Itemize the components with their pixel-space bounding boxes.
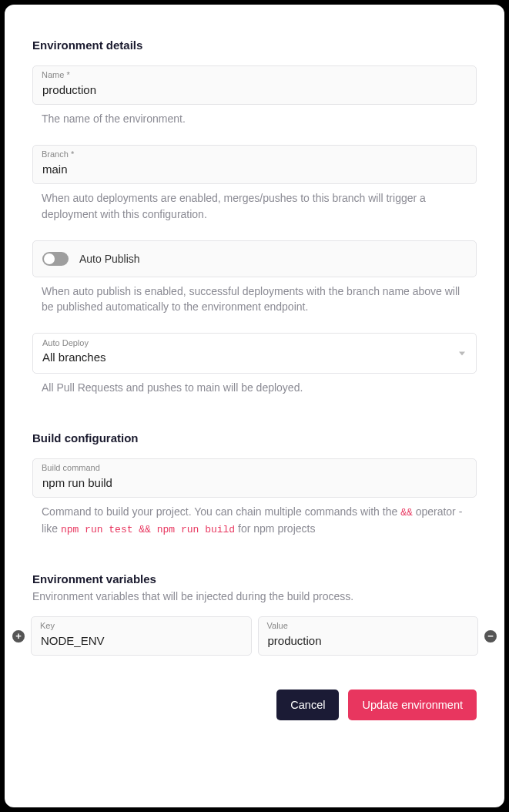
auto-publish-toggle-row: Auto Publish <box>32 240 477 277</box>
branch-field-wrapper: Branch * <box>32 145 477 184</box>
build-help-code2: npm run test && npm run build <box>61 524 235 535</box>
env-var-key-wrapper: Key <box>31 616 252 656</box>
branch-help: When auto deployments are enabled, merge… <box>32 190 477 222</box>
build-command-label: Build command <box>42 463 100 472</box>
build-help-post: for npm projects <box>238 522 315 535</box>
env-var-key-label: Key <box>40 621 55 630</box>
env-var-row: + Key Value − <box>12 616 497 656</box>
name-help: The name of the environment. <box>32 111 477 126</box>
auto-deploy-help: All Pull Requests and pushes to main wil… <box>32 380 477 395</box>
section-title-build-config: Build configuration <box>32 431 477 445</box>
env-var-value-input[interactable] <box>258 616 479 656</box>
env-var-value-wrapper: Value <box>258 616 479 656</box>
build-help-pre: Command to build your project. You can c… <box>42 505 400 518</box>
env-vars-description: Environment variables that will be injec… <box>32 590 477 602</box>
section-title-env-details: Environment details <box>32 39 477 52</box>
remove-env-var-icon[interactable]: − <box>484 630 497 643</box>
auto-publish-toggle[interactable] <box>42 252 69 266</box>
toggle-knob-icon <box>44 253 55 264</box>
cancel-button[interactable]: Cancel <box>276 690 339 720</box>
auto-publish-label: Auto Publish <box>79 253 140 265</box>
environment-modal: Environment details Name * The name of t… <box>5 5 504 807</box>
name-label: Name * <box>42 70 70 79</box>
build-command-help: Command to build your project. You can c… <box>32 504 477 538</box>
build-command-field-wrapper: Build command <box>32 458 477 498</box>
auto-publish-help: When auto publish is enabled, successful… <box>32 284 477 315</box>
auto-deploy-select[interactable]: Auto Deploy All branches <box>32 333 477 374</box>
chevron-down-icon <box>459 351 465 355</box>
name-field-wrapper: Name * <box>32 65 477 105</box>
env-var-key-input[interactable] <box>31 616 252 656</box>
button-row: Cancel Update environment <box>32 690 477 720</box>
section-title-env-vars: Environment variables <box>32 572 477 586</box>
branch-input[interactable] <box>32 145 477 184</box>
build-help-code1: && <box>400 507 413 518</box>
env-var-value-label: Value <box>267 621 288 630</box>
add-env-var-icon[interactable]: + <box>12 630 25 643</box>
auto-deploy-value: All branches <box>42 351 467 364</box>
update-environment-button[interactable]: Update environment <box>348 690 477 720</box>
branch-label: Branch * <box>42 149 74 159</box>
auto-deploy-label: Auto Deploy <box>42 338 89 347</box>
name-input[interactable] <box>32 65 477 105</box>
